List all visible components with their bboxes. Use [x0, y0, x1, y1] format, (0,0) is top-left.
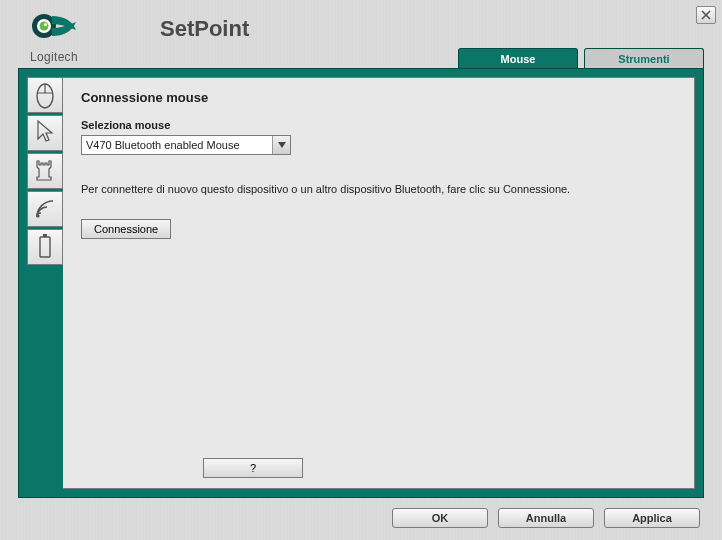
main-panel: Connessione mouse Seleziona mouse V470 B… [18, 68, 704, 498]
cursor-icon [34, 119, 56, 147]
content-panel: Connessione mouse Seleziona mouse V470 B… [63, 77, 695, 489]
tab-mouse[interactable]: Mouse [458, 48, 578, 68]
connect-button[interactable]: Connessione [81, 219, 171, 239]
app-window: Logitech SetPoint Mouse Strumenti [0, 0, 722, 540]
tab-tools[interactable]: Strumenti [584, 48, 704, 68]
instruction-text: Per connettere di nuovo questo dispositi… [81, 183, 676, 195]
cancel-button[interactable]: Annulla [498, 508, 594, 528]
ok-button[interactable]: OK [392, 508, 488, 528]
app-title: SetPoint [160, 16, 249, 42]
brand-text: Logitech [30, 50, 78, 64]
close-button[interactable] [696, 6, 716, 24]
side-tab-battery[interactable] [27, 229, 63, 265]
wireless-icon [33, 197, 57, 221]
svg-point-2 [40, 22, 49, 31]
logitech-logo-icon [30, 10, 78, 48]
mouse-icon [34, 81, 56, 109]
chevron-down-icon [272, 136, 290, 154]
panel-title: Connessione mouse [81, 90, 676, 105]
side-tab-game[interactable] [27, 153, 63, 189]
logo: Logitech [30, 10, 78, 64]
close-icon [701, 10, 711, 20]
dialog-buttons: OK Annulla Applica [392, 508, 700, 528]
side-tab-cursor[interactable] [27, 115, 63, 151]
select-mouse-label: Seleziona mouse [81, 119, 676, 131]
help-button[interactable]: ? [203, 458, 303, 478]
device-select-value: V470 Bluetooth enabled Mouse [81, 135, 291, 155]
side-tab-wireless[interactable] [27, 191, 63, 227]
svg-rect-9 [40, 237, 50, 257]
side-tab-mouse[interactable] [27, 77, 63, 113]
svg-point-3 [44, 23, 47, 26]
top-tabs: Mouse Strumenti [458, 48, 704, 68]
side-tabs [27, 77, 63, 489]
apply-button[interactable]: Applica [604, 508, 700, 528]
svg-rect-10 [43, 234, 47, 237]
svg-point-8 [36, 214, 39, 217]
header: Logitech SetPoint Mouse Strumenti [0, 0, 722, 68]
chess-icon [34, 157, 56, 185]
device-select[interactable]: V470 Bluetooth enabled Mouse [81, 135, 291, 155]
battery-icon [37, 233, 53, 261]
